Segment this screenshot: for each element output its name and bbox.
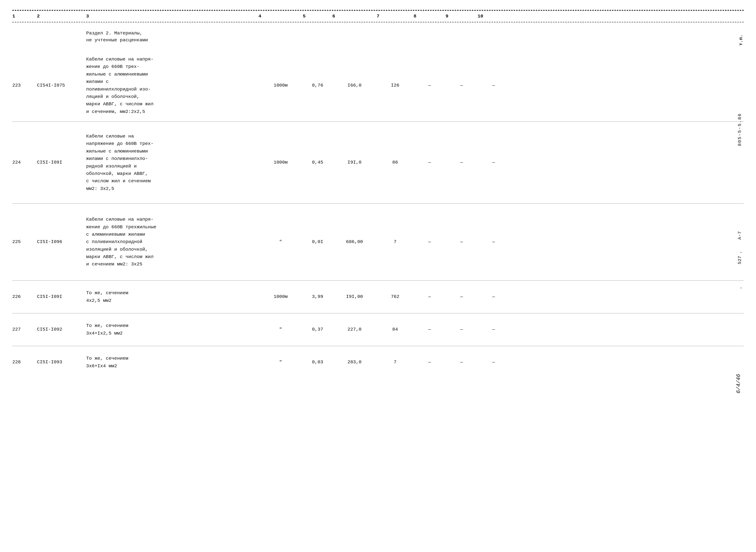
col-header-4: 4 <box>258 13 303 20</box>
row-code: CI5I-I093 <box>37 359 86 366</box>
row-num: 226 <box>12 293 37 300</box>
row-separator-227 <box>12 346 744 346</box>
row-code: CI5I-I09I <box>37 159 86 166</box>
page-container: 1 2 3 4 5 6 7 8 9 10 Раздел 2. Материалы… <box>12 10 744 377</box>
row-qty: 0,03 <box>303 359 332 366</box>
col-header-1: 1 <box>12 13 37 20</box>
row-col10: — <box>477 159 510 166</box>
col-header-6: 6 <box>332 13 376 20</box>
row-col9: — <box>446 159 477 166</box>
row-price: I66,0 <box>332 82 376 89</box>
row-qty: 0,37 <box>303 326 332 333</box>
row-amount: 7 <box>376 359 414 366</box>
row-num: 224 <box>12 159 37 166</box>
row-unit: 1000м <box>258 82 303 89</box>
header-bottom-line <box>12 22 744 22</box>
row-qty: 0,45 <box>303 159 332 166</box>
row-qty: 0,76 <box>303 82 332 89</box>
row-col8: — <box>414 359 446 366</box>
row-amount: 86 <box>376 159 414 166</box>
row-col8: — <box>414 159 446 166</box>
row-unit: 1000м <box>258 159 303 166</box>
row-unit: 1000м <box>258 293 303 300</box>
row-qty: 3,99 <box>303 293 332 300</box>
table-row: 228 CI5I-I093 То же, сечением 3х6+Iх4 мм… <box>12 348 744 377</box>
row-description: То же, сечением 4х2,5 мм2 <box>86 289 258 304</box>
col-header-2: 2 <box>37 13 86 20</box>
table-row: 223 CI54I-I075 Кабели силовые на напря- … <box>12 51 744 120</box>
col-header-10: 10 <box>477 13 510 20</box>
row-col9: — <box>446 293 477 300</box>
row-description: Кабели силовые на напряжение до 660В тре… <box>86 133 258 192</box>
column-headers: 1 2 3 4 5 6 7 8 9 10 <box>12 10 744 22</box>
col-header-5: 5 <box>303 13 332 20</box>
col-header-3: 3 <box>86 13 258 20</box>
row-col8: — <box>414 238 446 246</box>
row-amount: 7 <box>376 238 414 246</box>
annotation-date: 6/4/46 <box>736 374 742 393</box>
row-description: То же, сечением 3х6+Iх4 мм2 <box>86 355 258 370</box>
row-amount: 762 <box>376 293 414 300</box>
row-price: 283,0 <box>332 359 376 366</box>
row-description: То же, сечением 3х4+Iх2,5 мм2 <box>86 322 258 337</box>
row-code: CI54I-I075 <box>37 82 86 89</box>
section-col2 <box>37 30 86 44</box>
row-col10: — <box>477 293 510 300</box>
row-num: 227 <box>12 326 37 333</box>
row-unit: " <box>258 238 303 246</box>
section-header: Раздел 2. Материалы,не учтенные расценка… <box>12 27 744 46</box>
row-num: 223 <box>12 82 37 89</box>
row-code: CI5I-I09I <box>37 293 86 300</box>
row-price: 227,0 <box>332 326 376 333</box>
table-row: 224 CI5I-I09I Кабели силовые на напряжен… <box>12 123 744 202</box>
table-row: 226 CI5I-I09I То же, сечением 4х2,5 мм2 … <box>12 282 744 312</box>
annotation-dash2: - <box>740 285 743 291</box>
row-separator-226 <box>12 313 744 313</box>
row-col9: — <box>446 326 477 333</box>
row-col9: — <box>446 359 477 366</box>
row-amount: 84 <box>376 326 414 333</box>
row-num: 228 <box>12 359 37 366</box>
col-header-7: 7 <box>376 13 414 20</box>
row-price: 686,00 <box>332 238 376 246</box>
row-col10: — <box>477 82 510 89</box>
row-unit: " <box>258 359 303 366</box>
row-col10: — <box>477 238 510 246</box>
row-col8: — <box>414 293 446 300</box>
section-title: Раздел 2. Материалы,не учтенные расценка… <box>86 30 258 44</box>
section-col1 <box>12 30 37 44</box>
section-spacer <box>258 30 744 44</box>
row-col9: — <box>446 238 477 246</box>
row-col9: — <box>446 82 477 89</box>
table-row: 225 CI5I-I096 Кабели силовые на напря- ж… <box>12 205 744 279</box>
row-amount: I26 <box>376 82 414 89</box>
row-col8: — <box>414 326 446 333</box>
row-num: 225 <box>12 238 37 246</box>
row-code: CI5I-I096 <box>37 238 86 246</box>
row-description: Кабели силовые на напря- жение до 660В т… <box>86 55 258 115</box>
row-unit: " <box>258 326 303 333</box>
row-code: CI5I-I092 <box>37 326 86 333</box>
col-header-8: 8 <box>414 13 446 20</box>
col-header-9: 9 <box>446 13 477 20</box>
row-col8: — <box>414 82 446 89</box>
row-separator-224 <box>12 203 744 204</box>
annotation-tp: т.п. <box>738 34 744 46</box>
row-qty: 0,0I <box>303 238 332 246</box>
row-description: Кабели силовые на напря- жение до 660В т… <box>86 216 258 268</box>
row-separator-225 <box>12 280 744 281</box>
row-col10: — <box>477 359 510 366</box>
table-row: 227 CI5I-I092 То же, сечением 3х4+Iх2,5 … <box>12 315 744 344</box>
row-price: I9I,0 <box>332 159 376 166</box>
row-price: I9I,00 <box>332 293 376 300</box>
row-col10: — <box>477 326 510 333</box>
